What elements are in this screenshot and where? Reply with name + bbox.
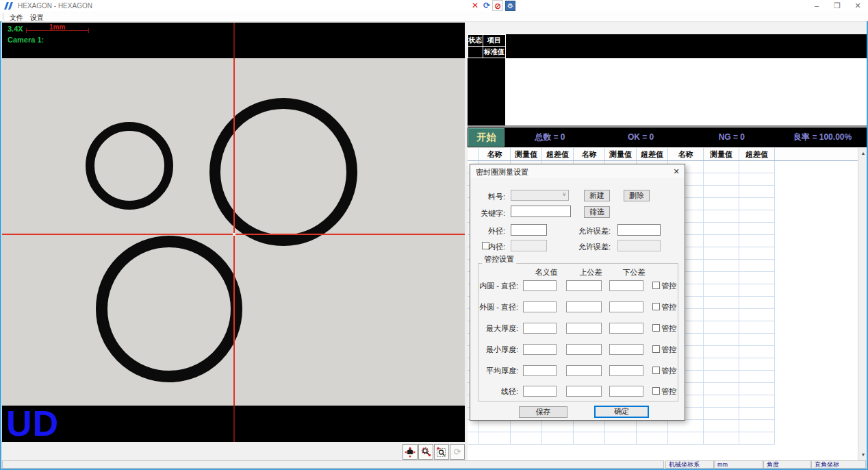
lower-tol-input[interactable] bbox=[609, 386, 643, 397]
table-cell bbox=[468, 420, 479, 432]
table-cell bbox=[739, 432, 775, 445]
nominal-col-header: 名义值 bbox=[526, 267, 567, 277]
crosshair-center-dot bbox=[233, 233, 235, 236]
upper-tol-input[interactable] bbox=[566, 323, 602, 334]
upper-tol-input[interactable] bbox=[566, 344, 602, 355]
save-button[interactable]: 保存 bbox=[519, 406, 567, 418]
nominal-input[interactable] bbox=[523, 301, 557, 312]
table-cell bbox=[511, 420, 542, 432]
table-cell bbox=[775, 210, 858, 223]
table-cell bbox=[704, 309, 739, 321]
nominal-input[interactable] bbox=[523, 365, 557, 376]
control-checkbox-label: 管控 bbox=[661, 303, 676, 312]
nominal-input[interactable] bbox=[523, 386, 557, 397]
minimize-button[interactable]: – bbox=[806, 0, 827, 11]
control-row-label: 最小厚度: bbox=[470, 344, 518, 356]
lower-tol-input[interactable] bbox=[609, 301, 643, 312]
results-col-blank bbox=[468, 46, 483, 58]
table-cell bbox=[574, 432, 605, 445]
control-row-label: 线径: bbox=[470, 386, 518, 397]
zoom-circle-button[interactable] bbox=[418, 444, 433, 460]
control-checkbox-label: 管控 bbox=[661, 367, 676, 375]
table-cell bbox=[775, 186, 858, 198]
table-row[interactable] bbox=[468, 432, 858, 445]
upper-tol-input[interactable] bbox=[566, 386, 602, 397]
camera-view[interactable]: 3.4X 1mm Camera 1: UD bbox=[2, 23, 465, 442]
table-cell bbox=[739, 297, 775, 309]
control-checkbox[interactable] bbox=[652, 345, 660, 353]
outer-dia-input[interactable] bbox=[511, 224, 547, 236]
keyword-label: 关键字: bbox=[470, 208, 505, 219]
results-header: 状态 项目 标准值 bbox=[468, 34, 868, 58]
scale-bar-tick bbox=[88, 28, 89, 33]
upper-tol-input[interactable] bbox=[566, 365, 602, 376]
table-cell bbox=[739, 235, 775, 247]
lower-tol-input[interactable] bbox=[609, 323, 643, 334]
dialog-title-bar[interactable]: 密封圈测量设置 ✕ bbox=[470, 164, 685, 178]
filter-button[interactable]: 筛选 bbox=[584, 206, 610, 218]
table-cell bbox=[704, 420, 739, 432]
upper-tol-input[interactable] bbox=[566, 301, 602, 312]
disable-item-icon[interactable]: ⊘ bbox=[492, 0, 503, 11]
control-checkbox[interactable] bbox=[652, 387, 660, 395]
control-row-label: 内圆 - 直径: bbox=[470, 280, 518, 292]
control-checkbox[interactable] bbox=[652, 367, 660, 374]
table-row[interactable] bbox=[468, 420, 858, 432]
table-cell bbox=[775, 346, 858, 358]
table-cell bbox=[739, 186, 775, 198]
table-cell bbox=[479, 420, 511, 432]
delete-item-icon[interactable]: ✕ bbox=[470, 0, 481, 11]
header-cell-filler bbox=[775, 148, 858, 160]
inner-dia-input bbox=[511, 240, 547, 251]
upper-tol-input[interactable] bbox=[566, 280, 602, 291]
table-cell bbox=[668, 432, 704, 445]
table-cell bbox=[704, 371, 739, 383]
table-cell bbox=[775, 321, 858, 334]
settings-gear-icon[interactable]: ⚙ bbox=[505, 1, 515, 11]
restore-button[interactable]: ❐ bbox=[827, 0, 847, 11]
table-cell bbox=[775, 235, 858, 247]
close-button[interactable]: ✕ bbox=[847, 0, 868, 11]
center-camera-button[interactable] bbox=[403, 444, 418, 460]
table-cell bbox=[704, 408, 739, 420]
nominal-input[interactable] bbox=[523, 344, 557, 355]
table-cell bbox=[479, 432, 511, 445]
nominal-input[interactable] bbox=[523, 323, 557, 334]
menu-file[interactable]: 文件 bbox=[7, 12, 26, 21]
table-cell bbox=[704, 432, 739, 445]
nominal-input[interactable] bbox=[523, 280, 557, 291]
delete-button[interactable]: 删除 bbox=[624, 190, 650, 201]
control-checkbox[interactable] bbox=[652, 282, 660, 289]
keyword-input[interactable] bbox=[511, 206, 571, 217]
outer-tol-input[interactable] bbox=[617, 224, 661, 236]
table-cell bbox=[668, 420, 704, 432]
refresh-items-icon[interactable]: ⟳ bbox=[481, 0, 492, 11]
lower-tol-input[interactable] bbox=[609, 280, 643, 291]
zoom-region-button[interactable] bbox=[434, 444, 449, 460]
table-cell bbox=[775, 358, 858, 371]
control-checkbox[interactable] bbox=[652, 324, 660, 332]
results-col-status: 状态 bbox=[468, 34, 483, 47]
lower-tol-input[interactable] bbox=[609, 344, 643, 355]
camera-name-label: Camera 1: bbox=[8, 36, 44, 44]
lower-tol-input[interactable] bbox=[609, 365, 643, 376]
table-cell bbox=[704, 235, 739, 247]
seal-measure-settings-dialog: 密封圈测量设置 ✕ 料号: ∨ 新建 删除 关键字: 筛选 外径: 允许误差: … bbox=[470, 164, 685, 421]
table-cell bbox=[739, 260, 775, 272]
table-cell bbox=[775, 334, 858, 346]
table-scrollbar[interactable]: ▲ ▼ bbox=[858, 148, 867, 460]
table-cell bbox=[637, 420, 668, 432]
table-cell bbox=[704, 284, 739, 297]
table-cell bbox=[775, 260, 858, 272]
part-no-dropdown[interactable]: ∨ bbox=[511, 190, 569, 201]
status-coord-system: 机械坐标系 bbox=[665, 460, 714, 469]
dialog-close-icon[interactable]: ✕ bbox=[672, 166, 681, 176]
start-button[interactable]: 开始 bbox=[468, 128, 505, 147]
menu-settings[interactable]: 设置 bbox=[27, 12, 47, 21]
new-button[interactable]: 新建 bbox=[584, 190, 610, 201]
table-cell bbox=[775, 173, 858, 186]
ok-button[interactable]: 确定 bbox=[594, 406, 649, 418]
control-checkbox[interactable] bbox=[652, 303, 660, 310]
inner-tol-label: 允许误差: bbox=[565, 242, 611, 252]
table-cell bbox=[775, 297, 858, 309]
